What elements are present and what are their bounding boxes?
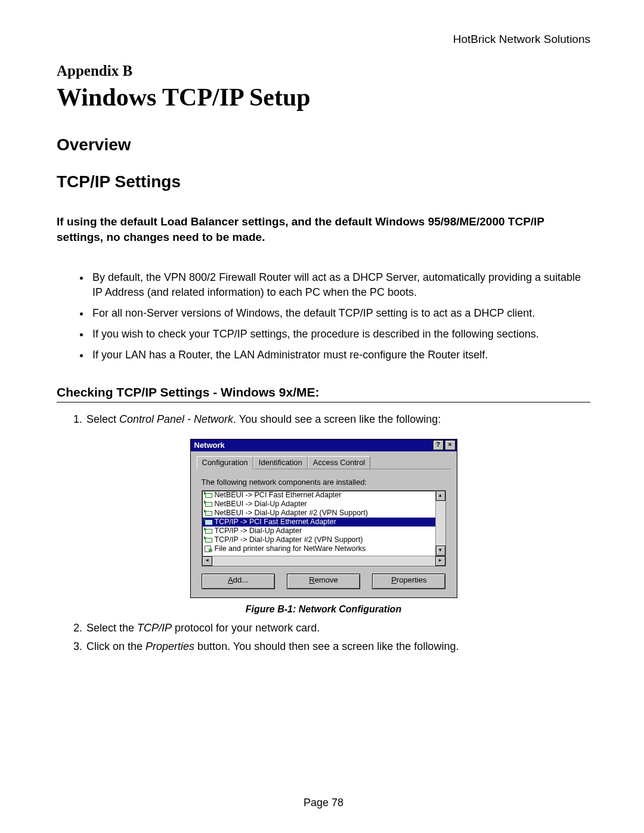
button-row: Add... Remove Properties — [202, 574, 446, 589]
header-brand: HotBrick Network Solutions — [57, 33, 590, 46]
appendix-label: Appendix B — [57, 63, 590, 79]
list-item[interactable]: TCP/IP -> Dial-Up Adapter — [202, 527, 435, 535]
step-1-pre: Select — [86, 413, 119, 425]
vertical-scrollbar[interactable]: ▴ ▾ — [435, 491, 445, 556]
list-item[interactable]: NetBEUI -> PCI Fast Ethernet Adapter — [202, 491, 435, 500]
adapter-icon — [204, 527, 212, 534]
section-overview: Overview — [57, 135, 590, 154]
scroll-down-button[interactable]: ▾ — [436, 546, 445, 556]
list-item-selected[interactable]: TCP/IP -> PCI Fast Ethernet Adapter — [202, 518, 435, 527]
step-1: Select Control Panel - Network. You shou… — [85, 412, 590, 427]
adapter-icon — [204, 491, 212, 498]
step-3-em: Properties — [145, 640, 194, 652]
adapter-icon — [204, 518, 212, 525]
tab-configuration[interactable]: Configuration — [197, 456, 253, 469]
properties-button[interactable]: Properties — [372, 574, 445, 589]
tab-access-control[interactable]: Access Control — [308, 456, 370, 469]
page: HotBrick Network Solutions Appendix B Wi… — [0, 0, 644, 833]
tab-strip: Configuration Identification Access Cont… — [197, 456, 451, 469]
figure-network-dialog: Network ? × Configuration Identification… — [57, 439, 590, 615]
adapter-icon — [204, 536, 212, 543]
figure-caption: Figure B-1: Network Configuration — [246, 604, 401, 615]
step-3-pre: Click on the — [86, 640, 145, 652]
dialog-body: Configuration Identification Access Cont… — [191, 451, 457, 597]
scroll-right-button[interactable]: ▸ — [435, 556, 445, 566]
scroll-up-button[interactable]: ▴ — [436, 491, 445, 501]
list-item[interactable]: NetBEUI -> Dial-Up Adapter — [202, 500, 435, 509]
tab-identification[interactable]: Identification — [253, 456, 308, 469]
step-3: Click on the Properties button. You shou… — [85, 639, 590, 654]
list-item[interactable]: TCP/IP -> Dial-Up Adapter #2 (VPN Suppor… — [202, 535, 435, 544]
help-button[interactable]: ? — [433, 440, 444, 450]
step-2: Select the TCP/IP protocol for your netw… — [85, 621, 590, 636]
list-item[interactable]: File and printer sharing for NetWare Net… — [202, 544, 435, 553]
subheading-checking-tcpip: Checking TCP/IP Settings - Windows 9x/ME… — [57, 385, 590, 402]
step-2-post: protocol for your network card. — [172, 622, 320, 634]
bullet-item: If you wish to check your TCP/IP setting… — [90, 327, 590, 342]
list-item[interactable]: NetBEUI -> Dial-Up Adapter #2 (VPN Suppo… — [202, 509, 435, 518]
adapter-icon — [204, 509, 212, 516]
add-button[interactable]: Add... — [202, 574, 275, 589]
bullet-list: By default, the VPN 800/2 Firewall Route… — [57, 270, 590, 368]
close-button[interactable]: × — [445, 440, 456, 450]
scroll-left-button[interactable]: ◂ — [202, 556, 212, 566]
horizontal-scrollbar[interactable]: ◂ ▸ — [202, 556, 445, 566]
lead-paragraph: If using the default Load Balancer setti… — [57, 214, 590, 245]
bullet-item: If your LAN has a Router, the LAN Admini… — [90, 348, 590, 363]
components-listbox[interactable]: NetBEUI -> PCI Fast Ethernet Adapter Net… — [202, 490, 446, 566]
numbered-list-cont: Select the TCP/IP protocol for your netw… — [57, 621, 590, 658]
step-2-em: TCP/IP — [137, 622, 172, 634]
adapter-icon — [204, 500, 212, 507]
step-3-post: button. You should then see a screen lik… — [194, 640, 459, 652]
service-icon — [204, 545, 212, 552]
step-2-pre: Select the — [86, 622, 137, 634]
listbox-label: The following network components are ins… — [202, 478, 451, 487]
dialog-title: Network — [194, 441, 225, 450]
page-title: Windows TCP/IP Setup — [57, 83, 590, 112]
network-dialog: Network ? × Configuration Identification… — [190, 439, 457, 598]
step-1-em: Control Panel - Network — [119, 413, 233, 425]
numbered-list: Select Control Panel - Network. You shou… — [57, 412, 590, 431]
listbox-items: NetBEUI -> PCI Fast Ethernet Adapter Net… — [202, 491, 435, 556]
bullet-item: By default, the VPN 800/2 Firewall Route… — [90, 270, 590, 300]
section-tcpip-settings: TCP/IP Settings — [57, 172, 590, 191]
step-1-post: . You should see a screen like the follo… — [233, 413, 441, 425]
bullet-item: For all non-Server versions of Windows, … — [90, 306, 590, 321]
title-bar: Network ? × — [191, 439, 457, 451]
page-number: Page 78 — [57, 773, 590, 809]
remove-button[interactable]: Remove — [287, 574, 360, 589]
